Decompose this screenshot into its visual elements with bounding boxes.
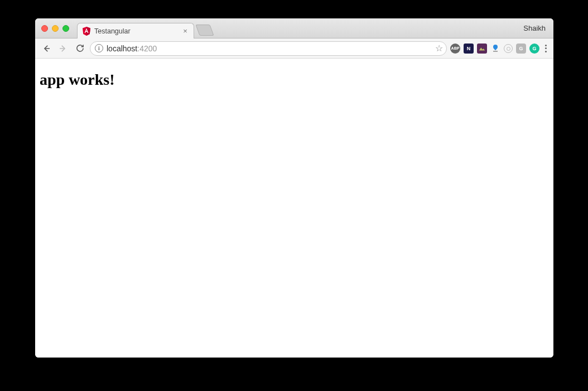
window-minimize-button[interactable] [52,25,59,32]
url-port: :4200 [137,44,157,53]
tab-active[interactable]: Testangular × [77,23,194,38]
url-text: localhost:4200 [107,44,157,53]
extension-n-icon[interactable]: N [464,44,474,54]
svg-rect-4 [479,45,485,51]
toolbar: i localhost:4200 ☆ ABP N G G [35,38,553,59]
page-heading: app works! [40,71,549,89]
tab-close-button[interactable]: × [181,27,189,35]
url-host: localhost [107,44,137,53]
page-content: app works! [35,59,553,358]
extension-icons: ABP N G G [450,42,549,55]
back-button[interactable] [40,42,53,55]
address-bar[interactable]: i localhost:4200 ☆ [90,41,447,56]
extension-circle-icon[interactable] [504,44,513,53]
reload-button[interactable] [73,42,86,55]
site-info-icon[interactable]: i [95,44,103,52]
tab-title: Testangular [94,27,178,35]
extension-screenshot-icon[interactable] [477,44,487,54]
profile-name[interactable]: Shaikh [523,24,546,32]
extension-download-icon[interactable] [490,44,500,54]
forward-button[interactable] [56,42,70,55]
extension-abp-icon[interactable]: ABP [450,44,460,54]
angular-icon [82,27,91,36]
extension-g-icon[interactable]: G [516,44,526,54]
browser-menu-button[interactable] [543,42,549,55]
new-tab-button[interactable] [195,25,214,36]
tab-strip: Testangular × [77,18,212,38]
bookmark-star-icon[interactable]: ☆ [435,43,443,54]
traffic-lights [35,25,69,32]
window-maximize-button[interactable] [62,25,69,32]
browser-window: Testangular × Shaikh i [35,18,553,358]
extension-grammarly-icon[interactable]: G [529,44,539,54]
window-close-button[interactable] [41,25,48,32]
titlebar: Testangular × Shaikh [35,18,553,38]
